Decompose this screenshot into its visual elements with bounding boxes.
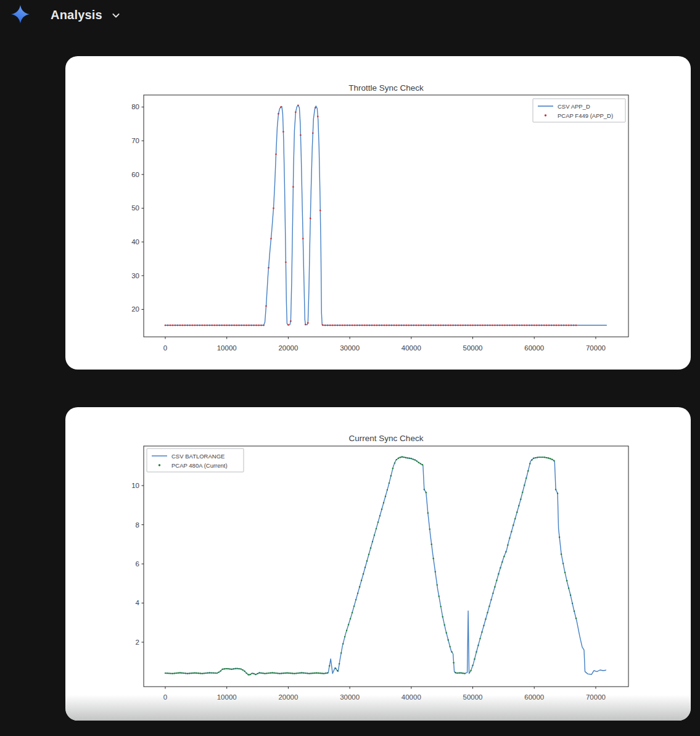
analysis-dropdown[interactable]: Analysis (51, 5, 122, 25)
x-tick-label: 60000 (524, 693, 544, 701)
y-tick-label: 10 (131, 482, 139, 489)
x-tick-label: 0 (163, 344, 167, 352)
x-tick-label: 70000 (586, 344, 606, 352)
x-tick-label: 30000 (340, 344, 360, 352)
y-tick-label: 2 (136, 639, 139, 646)
chevron-down-icon (110, 9, 122, 22)
y-tick-label: 4 (136, 599, 140, 606)
legend-label: CSV BATLORANGE (171, 453, 224, 460)
x-tick-label: 50000 (463, 344, 483, 352)
throttle-sync-chart: Throttle Sync Check010000200003000040000… (65, 56, 691, 370)
gemini-spark-icon (10, 4, 31, 24)
legend-label: CSV APP_D (558, 103, 590, 110)
chart-title: Throttle Sync Check (348, 83, 424, 93)
y-tick-label: 8 (136, 521, 139, 529)
x-tick-label: 20000 (278, 693, 298, 701)
plot-area (144, 95, 628, 337)
page-title: Analysis (51, 8, 102, 22)
x-tick-label: 40000 (401, 344, 421, 352)
chart-title: Current Sync Check (349, 434, 424, 443)
legend-label: PCAP F449 (APP_D) (558, 112, 613, 119)
throttle-chart-card: Throttle Sync Check010000200003000040000… (65, 56, 691, 370)
y-tick-label: 20 (131, 305, 139, 313)
y-tick-label: 70 (131, 137, 139, 144)
x-tick-label: 10000 (217, 344, 237, 352)
x-tick-label: 40000 (401, 693, 421, 701)
x-tick-label: 70000 (586, 693, 606, 701)
x-tick-label: 10000 (217, 693, 237, 701)
x-tick-label: 60000 (524, 344, 544, 352)
y-tick-label: 30 (131, 272, 139, 279)
y-tick-label: 50 (131, 204, 139, 212)
y-tick-label: 60 (131, 171, 139, 178)
legend-label: PCAP 480A (Current) (171, 462, 228, 469)
legend: CSV APP_DPCAP F449 (APP_D) (533, 99, 625, 122)
legend: CSV BATLORANGEPCAP 480A (Current) (147, 449, 244, 472)
current-sync-chart: Current Sync Check0100002000030000400005… (65, 407, 691, 721)
current-chart-card: Current Sync Check0100002000030000400005… (65, 407, 691, 721)
top-bar: Analysis (0, 0, 700, 30)
y-tick-label: 40 (131, 238, 139, 246)
x-tick-label: 0 (163, 693, 167, 701)
y-tick-label: 80 (131, 103, 139, 110)
x-tick-label: 50000 (463, 693, 483, 701)
x-tick-label: 20000 (278, 344, 298, 352)
x-tick-label: 30000 (340, 693, 360, 701)
page: { "header": { "title": "Analysis", "logo… (0, 0, 700, 736)
y-tick-label: 6 (136, 560, 139, 568)
